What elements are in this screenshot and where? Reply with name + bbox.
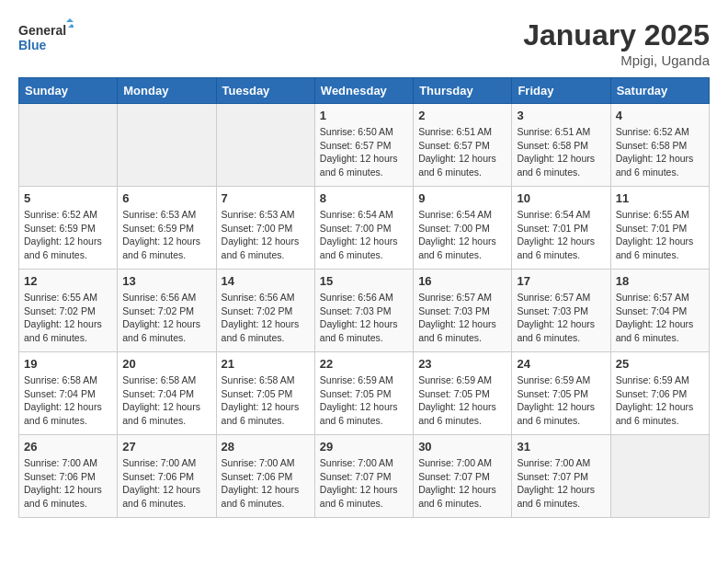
cell-week1-day6: 4Sunrise: 6:52 AMSunset: 6:58 PMDaylight… [610, 104, 709, 187]
day-info: Sunrise: 7:00 AMSunset: 7:07 PMDaylight:… [418, 456, 506, 511]
cell-week1-day1 [118, 104, 216, 187]
day-number: 5 [24, 191, 112, 205]
week-row-5: 26Sunrise: 7:00 AMSunset: 7:06 PMDayligh… [19, 435, 710, 518]
cell-week3-day3: 15Sunrise: 6:56 AMSunset: 7:03 PMDayligh… [314, 270, 413, 352]
day-info: Sunrise: 6:50 AMSunset: 6:57 PMDaylight:… [320, 125, 408, 179]
day-number: 15 [320, 274, 408, 288]
cell-week2-day6: 11Sunrise: 6:55 AMSunset: 7:01 PMDayligh… [610, 187, 709, 270]
day-number: 20 [122, 357, 210, 371]
day-info: Sunrise: 6:58 AMSunset: 7:04 PMDaylight:… [122, 373, 210, 428]
day-number: 2 [418, 109, 506, 122]
cell-week1-day0 [19, 104, 118, 187]
day-info: Sunrise: 6:55 AMSunset: 7:01 PMDaylight:… [616, 208, 704, 262]
day-number: 29 [320, 440, 408, 454]
day-info: Sunrise: 6:59 AMSunset: 7:05 PMDaylight:… [517, 373, 605, 428]
week-row-1: 1Sunrise: 6:50 AMSunset: 6:57 PMDaylight… [19, 104, 710, 187]
cell-week5-day4: 30Sunrise: 7:00 AMSunset: 7:07 PMDayligh… [414, 435, 512, 518]
day-info: Sunrise: 6:57 AMSunset: 7:03 PMDaylight:… [418, 291, 506, 345]
cell-week1-day4: 2Sunrise: 6:51 AMSunset: 6:57 PMDaylight… [414, 104, 512, 187]
cell-week5-day6 [610, 435, 709, 518]
day-number: 31 [517, 440, 605, 454]
day-number: 18 [616, 274, 704, 288]
calendar-subtitle: Mpigi, Uganda [523, 52, 710, 68]
day-info: Sunrise: 6:57 AMSunset: 7:03 PMDaylight:… [517, 291, 605, 345]
week-row-4: 19Sunrise: 6:58 AMSunset: 7:04 PMDayligh… [19, 352, 710, 435]
svg-marker-2 [66, 18, 74, 22]
day-info: Sunrise: 6:51 AMSunset: 6:57 PMDaylight:… [418, 125, 506, 179]
day-info: Sunrise: 6:53 AMSunset: 7:00 PMDaylight:… [222, 208, 310, 262]
day-info: Sunrise: 6:58 AMSunset: 7:04 PMDaylight:… [24, 373, 112, 428]
day-number: 27 [122, 440, 210, 454]
day-info: Sunrise: 6:56 AMSunset: 7:02 PMDaylight:… [222, 291, 310, 345]
cell-week2-day3: 8Sunrise: 6:54 AMSunset: 7:00 PMDaylight… [314, 187, 413, 270]
cell-week4-day0: 19Sunrise: 6:58 AMSunset: 7:04 PMDayligh… [19, 352, 118, 435]
day-number: 9 [418, 191, 506, 205]
day-number: 26 [24, 440, 112, 454]
day-info: Sunrise: 7:00 AMSunset: 7:07 PMDaylight:… [517, 456, 605, 511]
cell-week2-day1: 6Sunrise: 6:53 AMSunset: 6:59 PMDaylight… [118, 187, 216, 270]
day-number: 7 [222, 191, 310, 205]
cell-week4-day3: 22Sunrise: 6:59 AMSunset: 7:05 PMDayligh… [314, 352, 413, 435]
cell-week3-day1: 13Sunrise: 6:56 AMSunset: 7:02 PMDayligh… [118, 270, 216, 352]
day-number: 30 [418, 440, 506, 454]
cell-week5-day5: 31Sunrise: 7:00 AMSunset: 7:07 PMDayligh… [512, 435, 610, 518]
page-header: General Blue January 2025 Mpigi, Uganda [18, 18, 710, 68]
day-number: 8 [320, 191, 408, 205]
weekday-wednesday: Wednesday [314, 78, 413, 104]
logo-svg: General Blue [18, 18, 74, 55]
day-number: 22 [320, 357, 408, 371]
cell-week1-day3: 1Sunrise: 6:50 AMSunset: 6:57 PMDaylight… [314, 104, 413, 187]
day-info: Sunrise: 6:59 AMSunset: 7:05 PMDaylight:… [418, 373, 506, 428]
weekday-header-row: SundayMondayTuesdayWednesdayThursdayFrid… [19, 78, 710, 104]
day-number: 28 [222, 440, 310, 454]
day-info: Sunrise: 7:00 AMSunset: 7:06 PMDaylight:… [24, 456, 112, 511]
weekday-friday: Friday [512, 78, 610, 104]
day-number: 14 [222, 274, 310, 288]
cell-week4-day5: 24Sunrise: 6:59 AMSunset: 7:05 PMDayligh… [512, 352, 610, 435]
title-block: January 2025 Mpigi, Uganda [523, 18, 710, 68]
day-number: 16 [418, 274, 506, 288]
day-number: 19 [24, 357, 112, 371]
cell-week2-day0: 5Sunrise: 6:52 AMSunset: 6:59 PMDaylight… [19, 187, 118, 270]
week-row-2: 5Sunrise: 6:52 AMSunset: 6:59 PMDaylight… [19, 187, 710, 270]
calendar-table: SundayMondayTuesdayWednesdayThursdayFrid… [18, 77, 710, 518]
day-number: 23 [418, 357, 506, 371]
cell-week3-day0: 12Sunrise: 6:55 AMSunset: 7:02 PMDayligh… [19, 270, 118, 352]
day-info: Sunrise: 6:53 AMSunset: 6:59 PMDaylight:… [122, 208, 210, 262]
cell-week5-day2: 28Sunrise: 7:00 AMSunset: 7:06 PMDayligh… [216, 435, 314, 518]
cell-week1-day2 [216, 104, 314, 187]
day-info: Sunrise: 6:59 AMSunset: 7:05 PMDaylight:… [320, 373, 408, 428]
day-number: 12 [24, 274, 112, 288]
cell-week2-day5: 10Sunrise: 6:54 AMSunset: 7:01 PMDayligh… [512, 187, 610, 270]
cell-week1-day5: 3Sunrise: 6:51 AMSunset: 6:58 PMDaylight… [512, 104, 610, 187]
week-row-3: 12Sunrise: 6:55 AMSunset: 7:02 PMDayligh… [19, 270, 710, 352]
day-number: 25 [616, 357, 704, 371]
day-number: 24 [517, 357, 605, 371]
day-number: 11 [616, 191, 704, 205]
cell-week3-day2: 14Sunrise: 6:56 AMSunset: 7:02 PMDayligh… [216, 270, 314, 352]
day-info: Sunrise: 6:54 AMSunset: 7:00 PMDaylight:… [418, 208, 506, 262]
cell-week5-day1: 27Sunrise: 7:00 AMSunset: 7:06 PMDayligh… [118, 435, 216, 518]
cell-week2-day2: 7Sunrise: 6:53 AMSunset: 7:00 PMDaylight… [216, 187, 314, 270]
day-number: 3 [517, 109, 605, 122]
cell-week5-day3: 29Sunrise: 7:00 AMSunset: 7:07 PMDayligh… [314, 435, 413, 518]
day-info: Sunrise: 6:59 AMSunset: 7:06 PMDaylight:… [616, 373, 704, 428]
svg-text:General: General [18, 23, 66, 38]
day-info: Sunrise: 7:00 AMSunset: 7:06 PMDaylight:… [222, 456, 310, 511]
day-info: Sunrise: 6:56 AMSunset: 7:02 PMDaylight:… [122, 291, 210, 345]
day-number: 21 [222, 357, 310, 371]
svg-marker-3 [68, 24, 74, 28]
day-info: Sunrise: 6:54 AMSunset: 7:01 PMDaylight:… [517, 208, 605, 262]
day-info: Sunrise: 6:54 AMSunset: 7:00 PMDaylight:… [320, 208, 408, 262]
cell-week4-day1: 20Sunrise: 6:58 AMSunset: 7:04 PMDayligh… [118, 352, 216, 435]
cell-week4-day6: 25Sunrise: 6:59 AMSunset: 7:06 PMDayligh… [610, 352, 709, 435]
day-info: Sunrise: 7:00 AMSunset: 7:07 PMDaylight:… [320, 456, 408, 511]
day-info: Sunrise: 6:56 AMSunset: 7:03 PMDaylight:… [320, 291, 408, 345]
weekday-monday: Monday [118, 78, 216, 104]
cell-week3-day4: 16Sunrise: 6:57 AMSunset: 7:03 PMDayligh… [414, 270, 512, 352]
calendar-title: January 2025 [523, 18, 710, 52]
day-info: Sunrise: 6:52 AMSunset: 6:58 PMDaylight:… [616, 125, 704, 179]
cell-week3-day5: 17Sunrise: 6:57 AMSunset: 7:03 PMDayligh… [512, 270, 610, 352]
day-number: 17 [517, 274, 605, 288]
day-info: Sunrise: 6:55 AMSunset: 7:02 PMDaylight:… [24, 291, 112, 345]
